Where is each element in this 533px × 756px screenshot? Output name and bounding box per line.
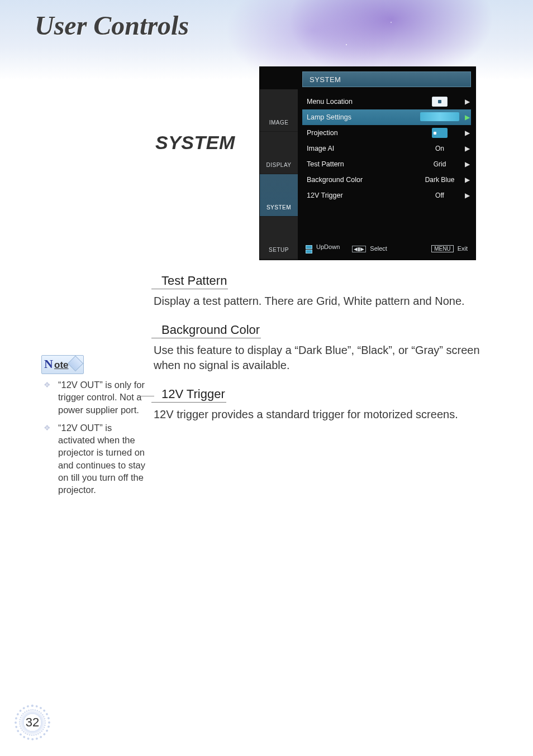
- osd-tab-label: SETUP: [269, 247, 289, 253]
- content-item: 12V Trigger12V trigger provides a standa…: [154, 387, 492, 422]
- chevron-right-icon: ▶: [463, 129, 471, 137]
- note-connector-line: [141, 396, 154, 396]
- osd-row-label: Projection: [307, 129, 416, 137]
- content-item: Test PatternDisplay a test pattern. Ther…: [154, 274, 492, 308]
- osd-row[interactable]: 12V TriggerOff▶: [302, 188, 471, 203]
- osd-body: Menu Location▶Lamp Settings▶Projection▶I…: [302, 94, 471, 238]
- content-item-heading: Test Pattern: [151, 274, 228, 289]
- osd-tab-system[interactable]: SYSTEM: [260, 174, 298, 217]
- osd-row-value: Grid: [416, 160, 463, 168]
- osd-screenshot: SYSTEM IMAGEDISPLAYSYSTEMSETUP Menu Loca…: [260, 67, 475, 260]
- content-column: Test PatternDisplay a test pattern. Ther…: [154, 274, 492, 437]
- section-heading: SYSTEM: [155, 132, 235, 154]
- chevron-right-icon: ▶: [463, 98, 471, 106]
- osd-row[interactable]: Test PatternGrid▶: [302, 156, 471, 172]
- page-number-badge: 32: [15, 705, 50, 740]
- content-item: Background ColorUse this feature to disp…: [154, 323, 492, 372]
- osd-row[interactable]: Background ColorDark Blue▶: [302, 172, 471, 188]
- osd-row-label: Image AI: [307, 145, 416, 152]
- osd-footer-updown-label: UpDown: [316, 243, 340, 250]
- chevron-right-icon: ▶: [463, 160, 471, 168]
- note-sidebar: N ote “12V OUT” is only for trigger cont…: [41, 355, 147, 501]
- chevron-right-icon: ▶: [463, 192, 471, 199]
- note-bullet: “12V OUT” is activated when the projecto…: [41, 422, 147, 496]
- osd-row-value: [416, 128, 463, 138]
- osd-tab-label: IMAGE: [269, 119, 289, 126]
- lamp-settings-icon: [420, 112, 459, 121]
- osd-footer-select-label: Select: [370, 245, 387, 252]
- osd-row-label: Lamp Settings: [307, 113, 416, 121]
- osd-row[interactable]: Menu Location▶: [302, 94, 471, 109]
- osd-row-value: [416, 112, 463, 123]
- osd-footer-select: ◀▮▶ Select: [352, 245, 387, 252]
- chevron-right-icon: ▶: [463, 145, 471, 152]
- osd-footer-exit-label: Exit: [458, 245, 468, 252]
- osd-tab-image[interactable]: IMAGE: [260, 89, 298, 132]
- note-badge-rest: ote: [54, 360, 69, 371]
- leftright-icon: ◀▮▶: [352, 246, 366, 252]
- osd-row-value: Dark Blue: [416, 176, 463, 184]
- updown-icon: [306, 245, 312, 253]
- osd-tab-label: SYSTEM: [266, 204, 291, 210]
- osd-row-value: On: [416, 145, 463, 152]
- osd-row-label: 12V Trigger: [307, 192, 416, 199]
- page-number: 32: [26, 715, 39, 730]
- content-item-body: Display a test pattern. There are Grid, …: [154, 294, 492, 308]
- menu-key-icon: MENU: [431, 245, 453, 252]
- menu-location-icon: [432, 97, 448, 107]
- note-bullet: “12V OUT” is only for trigger control. N…: [41, 379, 147, 416]
- osd-row-value: Off: [416, 192, 463, 199]
- chapter-title: User Controls: [35, 10, 189, 41]
- osd-footer: UpDown ◀▮▶ Select MENU Exit: [302, 242, 471, 255]
- content-item-heading: 12V Trigger: [151, 387, 226, 403]
- osd-title-bar: SYSTEM: [302, 71, 471, 87]
- osd-row-label: Background Color: [307, 176, 416, 184]
- note-badge: N ote: [41, 355, 84, 374]
- chevron-right-icon: ▶: [463, 113, 471, 121]
- osd-footer-updown: UpDown: [306, 243, 340, 253]
- content-item-body: Use this feature to display a “Dark Blue…: [154, 343, 492, 372]
- osd-row-label: Menu Location: [307, 98, 416, 106]
- osd-title-text: SYSTEM: [310, 75, 341, 84]
- osd-tab-label: DISPLAY: [266, 162, 292, 168]
- projection-icon: [432, 128, 448, 138]
- osd-tab-setup[interactable]: SETUP: [260, 217, 298, 259]
- osd-row[interactable]: Projection▶: [302, 125, 471, 141]
- pencil-icon: [68, 356, 83, 371]
- osd-row[interactable]: Image AIOn▶: [302, 141, 471, 156]
- osd-tab-strip: IMAGEDISPLAYSYSTEMSETUP: [260, 89, 298, 260]
- chevron-right-icon: ▶: [463, 176, 471, 184]
- page: User Controls SYSTEM SYSTEM IMAGEDISPLAY…: [0, 0, 533, 756]
- osd-tab-display[interactable]: DISPLAY: [260, 132, 298, 174]
- note-list: “12V OUT” is only for trigger control. N…: [41, 379, 147, 496]
- content-item-body: 12V trigger provides a standard trigger …: [154, 407, 492, 422]
- osd-footer-exit: MENU Exit: [431, 245, 468, 252]
- content-item-heading: Background Color: [151, 323, 261, 338]
- note-badge-letter: N: [44, 357, 53, 371]
- osd-row[interactable]: Lamp Settings▶: [302, 109, 471, 125]
- osd-row-label: Test Pattern: [307, 160, 416, 168]
- osd-row-value: [416, 97, 463, 107]
